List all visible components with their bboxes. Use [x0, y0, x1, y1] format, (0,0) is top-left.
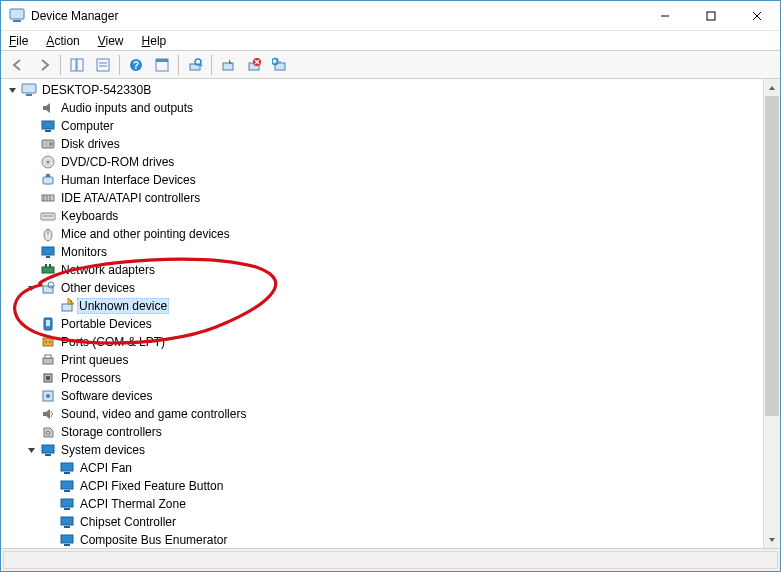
tree-node-label[interactable]: Other devices	[59, 281, 137, 295]
tree-node-label[interactable]: Network adapters	[59, 263, 157, 277]
tree-node[interactable]: Software devices	[24, 387, 763, 405]
tree-node[interactable]: Composite Bus Enumerator	[43, 531, 763, 548]
svg-rect-33	[46, 174, 50, 177]
device-tree[interactable]: DESKTOP-542330BAudio inputs and outputsC…	[1, 79, 763, 548]
tree-node[interactable]: Portable Devices	[24, 315, 763, 333]
tree-node-label[interactable]: Sound, video and game controllers	[59, 407, 248, 421]
tree-node[interactable]: Disk drives	[24, 135, 763, 153]
tree-node-label[interactable]: Storage controllers	[59, 425, 164, 439]
tree-node[interactable]: Human Interface Devices	[24, 171, 763, 189]
tree-node[interactable]: ACPI Thermal Zone	[43, 495, 763, 513]
enable-device-button[interactable]	[216, 53, 240, 77]
app-icon	[9, 8, 25, 24]
menu-help[interactable]: Help	[140, 33, 169, 49]
tree-node[interactable]: ACPI Fixed Feature Button	[43, 477, 763, 495]
tree-node-label[interactable]: ACPI Thermal Zone	[78, 497, 188, 511]
tree-node-label[interactable]: IDE ATA/ATAPI controllers	[59, 191, 202, 205]
tree-node[interactable]: ACPI Fan	[43, 459, 763, 477]
svg-rect-46	[49, 264, 51, 267]
tree-node[interactable]: Processors	[24, 369, 763, 387]
tree-node[interactable]: !Unknown device	[43, 297, 763, 315]
ide-icon	[40, 190, 56, 206]
window-controls	[642, 1, 780, 30]
tree-node[interactable]: Computer	[24, 117, 763, 135]
svg-rect-67	[64, 472, 70, 474]
close-button[interactable]	[734, 1, 780, 30]
tree-node-label[interactable]: Software devices	[59, 389, 154, 403]
tree-node-label[interactable]: DVD/CD-ROM drives	[59, 155, 176, 169]
tree-node[interactable]: IDE ATA/ATAPI controllers	[24, 189, 763, 207]
tree-node-label[interactable]: System devices	[59, 443, 147, 457]
expand-icon	[24, 136, 40, 152]
tree-node-label[interactable]: Unknown device	[77, 298, 169, 314]
tree-root-label[interactable]: DESKTOP-542330B	[40, 83, 153, 97]
menu-view[interactable]: View	[96, 33, 126, 49]
tree-node-label[interactable]: Audio inputs and outputs	[59, 101, 195, 115]
view-options-button[interactable]	[150, 53, 174, 77]
tree-node[interactable]: Sound, video and game controllers	[24, 405, 763, 423]
back-button[interactable]	[6, 53, 30, 77]
scroll-up-button[interactable]	[764, 79, 780, 96]
menu-file[interactable]: File	[7, 33, 30, 49]
tree-node-label[interactable]: Mice and other pointing devices	[59, 227, 232, 241]
properties-button[interactable]	[91, 53, 115, 77]
collapse-icon[interactable]	[5, 82, 21, 98]
tree-node-label[interactable]: Human Interface Devices	[59, 173, 198, 187]
collapse-icon[interactable]	[24, 280, 40, 296]
menubar: File Action View Help	[1, 31, 780, 51]
tree-node[interactable]: Ports (COM & LPT)	[24, 333, 763, 351]
tree-node[interactable]: System devices	[24, 441, 763, 459]
svg-rect-24	[22, 84, 36, 93]
help-button[interactable]: ?	[124, 53, 148, 77]
network-icon	[40, 262, 56, 278]
vertical-scrollbar[interactable]	[763, 79, 780, 548]
uninstall-device-button[interactable]	[242, 53, 266, 77]
tree-node[interactable]: Keyboards	[24, 207, 763, 225]
tree-node[interactable]: DVD/CD-ROM drives	[24, 153, 763, 171]
tree-node-label[interactable]: Processors	[59, 371, 123, 385]
tree-node[interactable]: Storage controllers	[24, 423, 763, 441]
titlebar: Device Manager	[1, 1, 780, 31]
system-sub-icon	[59, 514, 75, 530]
tree-node[interactable]: Network adapters	[24, 261, 763, 279]
menu-action[interactable]: Action	[44, 33, 81, 49]
scroll-down-button[interactable]	[764, 531, 780, 548]
show-hide-tree-button[interactable]	[65, 53, 89, 77]
expand-icon	[24, 208, 40, 224]
tree-node[interactable]: Other devices	[24, 279, 763, 297]
tree-root-node[interactable]: DESKTOP-542330B	[5, 81, 763, 99]
tree-node-label[interactable]: Computer	[59, 119, 116, 133]
tree-node-label[interactable]: Chipset Controller	[78, 515, 178, 529]
svg-rect-43	[46, 256, 50, 258]
scrollbar-thumb[interactable]	[765, 96, 779, 416]
update-driver-button[interactable]	[268, 53, 292, 77]
expand-icon	[24, 352, 40, 368]
tree-node[interactable]: Print queues	[24, 351, 763, 369]
tree-node-label[interactable]: Disk drives	[59, 137, 122, 151]
svg-rect-47	[43, 286, 53, 293]
tree-node-label[interactable]: ACPI Fan	[78, 461, 134, 475]
tree-node-label[interactable]: Monitors	[59, 245, 109, 259]
tree-node-label[interactable]: Ports (COM & LPT)	[59, 335, 167, 349]
tree-node-label[interactable]: Portable Devices	[59, 317, 154, 331]
tree-node[interactable]: Chipset Controller	[43, 513, 763, 531]
tree-node-label[interactable]: Keyboards	[59, 209, 120, 223]
maximize-button[interactable]	[688, 1, 734, 30]
svg-rect-74	[61, 535, 73, 543]
tree-node-label[interactable]: Print queues	[59, 353, 130, 367]
storage-icon	[40, 424, 56, 440]
tree-node-label[interactable]: Composite Bus Enumerator	[78, 533, 229, 547]
svg-rect-64	[42, 445, 54, 453]
scan-hardware-button[interactable]	[183, 53, 207, 77]
expand-icon	[24, 100, 40, 116]
computer-icon	[40, 118, 56, 134]
tree-node[interactable]: Mice and other pointing devices	[24, 225, 763, 243]
minimize-button[interactable]	[642, 1, 688, 30]
expand-icon	[24, 406, 40, 422]
tree-node-label[interactable]: ACPI Fixed Feature Button	[78, 479, 225, 493]
tree-node[interactable]: Audio inputs and outputs	[24, 99, 763, 117]
expand-icon	[43, 532, 59, 548]
collapse-icon[interactable]	[24, 442, 40, 458]
forward-button[interactable]	[32, 53, 56, 77]
tree-node[interactable]: Monitors	[24, 243, 763, 261]
